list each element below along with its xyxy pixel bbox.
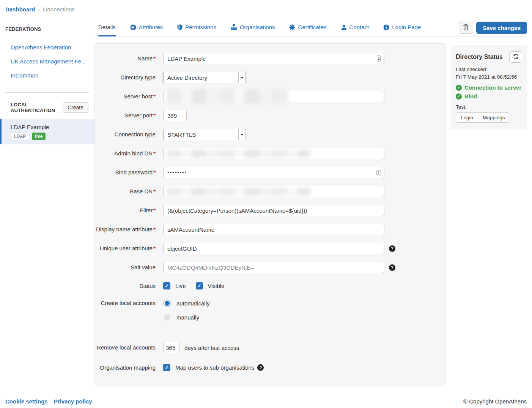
sidebar-item-incommon[interactable]: InCommon: [0, 68, 94, 82]
name-input[interactable]: [163, 53, 384, 64]
organisation-mapping-label: Organisation mapping: [95, 364, 163, 371]
base-dn-input[interactable]: [163, 186, 384, 197]
local-authentication-heading: LOCAL AUTHENTICATION: [5, 102, 63, 113]
breadcrumb-dashboard-link[interactable]: Dashboard: [5, 6, 35, 13]
remove-local-accounts-input[interactable]: [163, 342, 180, 353]
check-label: Connection to server: [464, 84, 521, 91]
required-marker: *: [153, 207, 156, 213]
tab-attributes[interactable]: Attributes: [130, 21, 163, 36]
last-checked-label: Last checked:: [456, 66, 522, 72]
tab-contact[interactable]: Contact: [341, 21, 370, 36]
sidebar-divider: [5, 92, 89, 93]
required-marker: *: [153, 55, 156, 62]
bind-password-input[interactable]: [163, 167, 384, 178]
tab-permissions-label: Permissions: [185, 24, 216, 30]
save-changes-button[interactable]: Save changes: [476, 22, 527, 34]
password-key-icon[interactable]: [376, 169, 382, 176]
filter-input[interactable]: [163, 205, 384, 216]
connection-type-badge: LDAP: [11, 133, 29, 140]
form-row-connection-type: Connection type STARTTLS: [95, 129, 445, 140]
display-name-attribute-input[interactable]: [163, 224, 384, 235]
connection-type-select[interactable]: STARTTLS: [163, 129, 246, 140]
map-users-checkbox-label: Map users to sub organisations: [175, 364, 254, 371]
tab-organisations[interactable]: Organisations: [230, 21, 275, 36]
federations-heading: FEDERATIONS: [0, 26, 94, 32]
directory-type-value: Active Directory: [164, 74, 238, 81]
live-checkbox[interactable]: ✓: [163, 282, 170, 289]
form-row-remove-local-accounts: Remove local accounts days after last ac…: [95, 342, 445, 353]
server-port-input[interactable]: [163, 110, 187, 121]
trash-icon: [463, 24, 469, 32]
tab-permissions[interactable]: Permissions: [177, 21, 217, 36]
automatically-radio[interactable]: [165, 301, 170, 306]
form-row-unique-user-attribute: Unique user attribute* ?: [95, 243, 445, 254]
manually-radio[interactable]: [164, 314, 170, 321]
main-content: Details Attributes Permissions Organisat…: [94, 15, 532, 386]
sitemap-icon: [231, 24, 237, 30]
sidebar-item-ldap-example[interactable]: LDAP Example LDAP live: [0, 119, 94, 144]
form-row-organisation-mapping: Organisation mapping ✓ Map users to sub …: [95, 364, 445, 371]
check-label: Bind: [464, 93, 477, 100]
form-row-bind-password: Bind password*: [95, 167, 445, 178]
sidebar-item-uk-access-management[interactable]: UK Access Management Fe...: [0, 54, 94, 68]
tab-attributes-label: Attributes: [139, 24, 163, 30]
required-marker: *: [153, 93, 156, 100]
tab-certificates[interactable]: Certificates: [289, 21, 327, 36]
directory-status-panel: Directory Status Last checked: Fri 7 May…: [451, 46, 527, 129]
arrow-circle-icon: [130, 24, 136, 30]
shield-icon: [177, 24, 183, 30]
copyright-text: © Copyright OpenAthens: [463, 398, 527, 405]
footer: Cookie settings Privacy policy © Copyrig…: [0, 393, 532, 408]
page: Dashboard › Connections FEDERATIONS Open…: [0, 0, 532, 408]
connection-type-label: Connection type: [95, 129, 163, 138]
breadcrumb-separator-icon: ›: [38, 6, 40, 13]
details-form: Name* Directory type: [94, 43, 445, 386]
check-connection-to-server: ✓ Connection to server: [456, 84, 522, 91]
delete-connection-button[interactable]: [459, 22, 473, 34]
form-row-server-port: Server port*: [95, 110, 445, 121]
create-local-accounts-label: Create local accounts: [95, 299, 163, 306]
check-circle-icon: ✓: [456, 85, 462, 91]
help-icon[interactable]: ?: [389, 264, 395, 271]
test-login-button[interactable]: Login: [456, 112, 478, 123]
test-mappings-button[interactable]: Mappings: [478, 112, 510, 123]
tab-details[interactable]: Details: [98, 21, 116, 36]
breadcrumb: Dashboard › Connections: [0, 0, 532, 15]
map-users-checkbox[interactable]: ✓: [163, 364, 170, 371]
breadcrumb-current: Connections: [43, 6, 74, 13]
visible-checkbox[interactable]: ✓: [196, 282, 203, 289]
connection-live-badge: live: [32, 133, 46, 140]
automatically-radio-label: automatically: [176, 300, 210, 307]
filter-label: Filter*: [95, 205, 163, 213]
unique-user-attribute-label: Unique user attribute*: [95, 243, 163, 251]
status-label: Status: [95, 282, 163, 289]
autofill-icon[interactable]: [376, 55, 382, 62]
admin-bind-dn-input[interactable]: [163, 148, 384, 159]
connection-name: LDAP Example: [11, 124, 89, 130]
tab-bar: Details Attributes Permissions Organisat…: [94, 21, 527, 36]
help-icon[interactable]: ?: [257, 364, 264, 371]
privacy-policy-link[interactable]: Privacy policy: [54, 398, 92, 405]
check-circle-icon: ✓: [456, 93, 462, 100]
required-marker: *: [153, 226, 156, 232]
salt-value-input[interactable]: [163, 262, 384, 273]
form-row-display-name-attribute: Display name attribute*: [95, 224, 445, 235]
sidebar-item-openathens-federation[interactable]: OpenAthens Federation: [0, 40, 94, 54]
redacted-value: [167, 188, 310, 196]
tab-login-page[interactable]: Login Page: [383, 21, 421, 36]
unique-user-attribute-input[interactable]: [163, 243, 384, 254]
certificate-icon: [289, 24, 295, 30]
create-connection-button[interactable]: Create: [63, 102, 88, 113]
cookie-settings-link[interactable]: Cookie settings: [5, 398, 48, 405]
server-host-input[interactable]: [163, 91, 384, 102]
help-icon[interactable]: ?: [389, 245, 395, 252]
form-row-server-host: Server host*: [95, 91, 445, 102]
tab-organisations-label: Organisations: [240, 24, 275, 30]
directory-status-title: Directory Status: [456, 51, 503, 60]
visible-checkbox-label: Visible: [208, 283, 225, 289]
redacted-value: [167, 150, 310, 158]
remove-local-accounts-label: Remove local accounts: [95, 342, 163, 351]
directory-type-select[interactable]: Active Directory: [163, 72, 246, 83]
refresh-status-button[interactable]: [509, 51, 522, 63]
info-circle-icon: [383, 24, 389, 30]
